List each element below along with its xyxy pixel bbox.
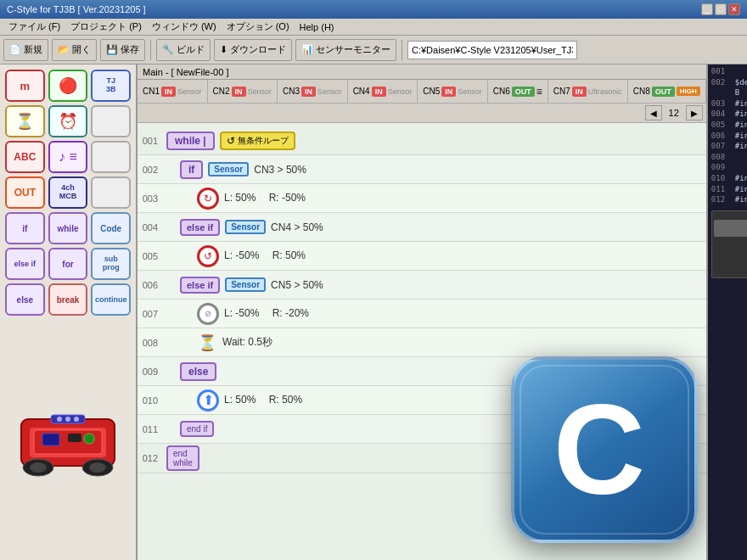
editor-title: Main - [ NewFile-00 ] xyxy=(143,67,228,77)
while-block[interactable]: while | xyxy=(166,132,215,150)
next-page-button[interactable]: ▶ xyxy=(686,105,703,120)
elseif-block[interactable]: else if xyxy=(180,219,220,236)
line-number: 003 xyxy=(138,193,163,204)
elseif-block-btn[interactable]: else if xyxy=(5,248,45,280)
prev-page-button[interactable]: ◀ xyxy=(645,105,662,120)
table-row: 004 else if Sensor CN4 > 50% xyxy=(138,213,706,242)
if-block-btn[interactable]: if xyxy=(5,212,45,244)
for-block-btn[interactable]: for xyxy=(48,248,88,280)
sensor-block[interactable]: Sensor xyxy=(208,162,249,176)
menu-window[interactable]: ウィンドウ (W) xyxy=(147,19,222,35)
code-area-wrapper[interactable]: 001 while | ↺ 無条件ループ 002 if Sensor xyxy=(138,123,706,560)
close-button[interactable]: ✕ xyxy=(728,3,740,15)
cn4-tab[interactable]: CN4 IN Sensor xyxy=(348,80,418,103)
maximize-button[interactable]: □ xyxy=(715,3,727,15)
motor-left-icon[interactable]: ↺ xyxy=(197,245,219,267)
continue-block-btn[interactable]: continue xyxy=(91,283,131,316)
right-scrollbar[interactable] xyxy=(711,210,747,278)
motor-text: L: -50% R: -20% xyxy=(224,306,309,321)
cn6-label: CN6 xyxy=(493,87,510,96)
else-block[interactable]: else xyxy=(180,362,216,381)
sensor-block[interactable]: Sensor xyxy=(225,277,266,292)
cn8-badge: OUT xyxy=(652,87,675,97)
endif-block[interactable]: end if xyxy=(180,421,214,437)
sensor-block[interactable]: Sensor xyxy=(225,220,266,234)
led-block-btn[interactable]: 🔴 xyxy=(48,70,88,102)
line-number: 011 xyxy=(138,424,163,434)
download-button[interactable]: ⬇ ダウンロード xyxy=(214,39,292,61)
cn1-label: CN1 xyxy=(143,87,160,96)
cn6-tab[interactable]: CN6 OUT ≡ xyxy=(488,80,548,103)
else-block-btn[interactable]: else xyxy=(5,283,45,316)
code-block-btn[interactable]: Code xyxy=(91,212,131,244)
motor-text: L: 50% R: 50% xyxy=(224,393,302,407)
music-block-btn[interactable]: ♪ ≡ xyxy=(48,141,88,173)
motor-block-btn[interactable]: m xyxy=(5,70,45,102)
build-button[interactable]: 🔧 ビルド xyxy=(156,39,211,61)
table-row: 002 if Sensor CN3 > 50% xyxy=(138,155,706,184)
menu-file[interactable]: ファイル (F) xyxy=(3,19,65,35)
pagination: ◀ 12 ▶ xyxy=(138,104,706,123)
motor-right-icon[interactable]: ↻ xyxy=(197,188,219,210)
new-button[interactable]: 📄 新規 xyxy=(3,39,48,61)
robot-svg xyxy=(8,389,127,491)
motor-stop-icon[interactable]: ⊘ xyxy=(197,303,219,325)
title-bar: C-Style for TJ3B [ Ver.20231205 ] _ □ ✕ xyxy=(0,0,747,19)
table-row: 008 ⏳ Wait: 0.5秒 xyxy=(138,328,706,357)
line-number: 012 xyxy=(138,453,163,463)
wait-icon[interactable]: ⏳ xyxy=(197,333,217,353)
out-block-btn[interactable]: OUT xyxy=(5,176,45,209)
break-block-btn[interactable]: break xyxy=(48,283,88,316)
endwhile-block[interactable]: endwhile xyxy=(166,445,199,471)
motor-forward-icon[interactable]: ⬆ xyxy=(197,389,219,412)
table-row: 005 ↺ L: -50% R: 50% xyxy=(138,242,706,271)
cn8-tab[interactable]: CN8 OUT HIGH xyxy=(628,80,706,103)
cn1-tab[interactable]: CN1 IN Sensor xyxy=(138,80,208,103)
line-number: 001 xyxy=(138,136,163,146)
elseif-block[interactable]: else if xyxy=(180,277,220,294)
line-number: 002 xyxy=(138,165,163,175)
save-button[interactable]: 💾 保存 xyxy=(100,39,145,61)
text-block-btn[interactable]: ABC xyxy=(5,141,45,173)
menu-option[interactable]: オプション (O) xyxy=(222,19,295,35)
empty-block-btn-3 xyxy=(91,176,131,209)
right-code-line: 010 #include xyxy=(711,173,747,184)
right-code-line: 012 #include xyxy=(711,194,747,205)
menu-help[interactable]: Help (H) xyxy=(295,20,340,34)
svg-point-12 xyxy=(65,417,70,422)
cn5-tab[interactable]: CN5 IN Sensor xyxy=(418,80,488,103)
minimize-button[interactable]: _ xyxy=(701,3,713,15)
sensor-monitor-button[interactable]: 📊 センサーモニター xyxy=(295,39,396,61)
c-logo: C xyxy=(511,356,698,543)
cn3-tab[interactable]: CN3 IN Sensor xyxy=(278,80,348,103)
timer-block-btn[interactable]: ⏳ xyxy=(5,105,45,137)
cn3-badge: IN xyxy=(301,87,316,97)
page-number: 12 xyxy=(666,108,682,118)
menu-project[interactable]: プロジェクト (P) xyxy=(65,19,147,35)
if-block[interactable]: if xyxy=(180,160,203,179)
path-input[interactable] xyxy=(407,41,577,59)
line-number: 004 xyxy=(138,222,163,232)
subprog-block-btn[interactable]: subprog xyxy=(91,248,131,280)
clock-block-btn[interactable]: ⏰ xyxy=(48,105,88,137)
cn2-tab[interactable]: CN2 IN Sensor xyxy=(208,80,278,103)
scroll-thumb[interactable] xyxy=(714,220,747,237)
menu-bar: ファイル (F) プロジェクト (P) ウィンドウ (W) オプション (O) … xyxy=(0,19,747,36)
loop-block[interactable]: ↺ 無条件ループ xyxy=(220,132,295,150)
code-content: ↻ L: 50% R: -50% xyxy=(163,186,706,211)
cn5-label: CN5 xyxy=(423,87,440,96)
robot-image-area xyxy=(0,321,136,560)
svg-point-11 xyxy=(57,417,62,422)
condition-text: CN4 > 50% xyxy=(271,221,323,233)
line-number: 006 xyxy=(138,280,163,290)
mcb-block-btn[interactable]: 4chMCB xyxy=(48,176,88,209)
open-button[interactable]: 📂 開く xyxy=(52,39,97,61)
cn4-label: CN4 xyxy=(353,87,370,96)
robot-block-btn[interactable]: TJ3B xyxy=(91,70,131,102)
while-block-btn[interactable]: while xyxy=(48,212,88,244)
cn7-tab[interactable]: CN7 IN Ultrasonic xyxy=(548,80,628,103)
line-number: 007 xyxy=(138,309,163,319)
cn5-badge: IN xyxy=(441,87,456,97)
cn-tabs: CN1 IN Sensor CN2 IN Sensor CN3 IN Senso… xyxy=(138,80,706,104)
cn2-label: CN2 xyxy=(213,87,230,96)
